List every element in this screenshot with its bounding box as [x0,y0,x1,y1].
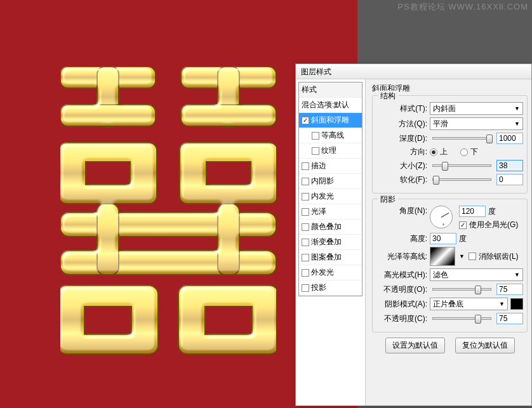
svg-rect-8 [181,105,276,126]
antialias-label: 消除锯齿(L) [479,251,519,262]
shadow-opacity-label: 不透明度(C): [376,313,427,324]
highlight-opacity-input[interactable] [496,284,523,295]
style-item-label: 内阴影 [311,176,334,187]
gloss-label: 光泽等高线: [376,251,427,262]
checkbox-icon[interactable] [302,254,309,261]
style-item-outer-glow[interactable]: 外发光 [299,265,362,280]
highlight-mode-label: 高光模式(H): [376,270,427,280]
reset-default-button[interactable]: 复位为默认值 [455,338,515,353]
style-value: 内斜面 [433,103,456,114]
dialog-title: 图层样式 [301,67,331,76]
chevron-down-icon[interactable]: ▼ [458,253,466,260]
shadow-mode-select[interactable]: 正片叠底▼ [430,298,508,310]
up-label: 上 [440,147,448,157]
angle-input[interactable] [459,206,486,217]
antialias-check[interactable] [469,253,476,260]
style-item-stroke[interactable]: 描边 [299,159,362,174]
blend-options[interactable]: 混合选项:默认 [299,98,362,113]
svg-rect-5 [97,204,119,275]
svg-rect-3 [60,213,276,237]
watermark-text: PS教程论坛 WWW.16XX8.COM [397,1,528,13]
style-item-contour[interactable]: 等高线 [299,128,362,143]
style-item-label: 纹理 [321,145,336,156]
styles-sidebar: 样式 混合选项:默认 斜面和浮雕等高线纹理描边内阴影内发光光泽颜色叠加渐变叠加图… [296,79,366,405]
style-item-label: 斜面和浮雕 [311,115,349,126]
depth-input[interactable] [496,133,523,144]
style-item-satin[interactable]: 光泽 [299,204,362,220]
style-item-gradient-overlay[interactable]: 渐变叠加 [299,235,362,250]
style-item-pattern-overlay[interactable]: 图案叠加 [299,250,362,265]
style-select[interactable]: 内斜面▼ [430,102,523,115]
svg-rect-2 [60,105,156,126]
style-item-color-overlay[interactable]: 颜色叠加 [299,220,362,235]
highlight-mode-value: 滤色 [433,270,448,280]
gloss-contour-preview[interactable] [430,247,455,266]
soften-input[interactable] [496,174,523,185]
checkbox-icon[interactable] [302,223,309,231]
checkbox-icon[interactable] [302,269,309,277]
down-label: 下 [470,147,478,157]
global-light-check[interactable] [459,221,467,229]
checkbox-icon[interactable] [312,132,319,140]
style-item-inner-shadow[interactable]: 内阴影 [299,174,362,189]
styles-list: 样式 混合选项:默认 斜面和浮雕等高线纹理描边内阴影内发光光泽颜色叠加渐变叠加图… [298,82,362,296]
altitude-input[interactable] [430,233,456,244]
style-item-label: 等高线 [321,130,344,141]
shadow-opacity-slider[interactable] [432,317,491,320]
checkbox-icon[interactable] [302,162,309,170]
checkbox-icon[interactable] [302,193,309,201]
svg-rect-9 [218,204,239,275]
depth-slider[interactable] [432,137,491,140]
style-item-inner-glow[interactable]: 内发光 [299,189,362,204]
chevron-down-icon: ▼ [499,301,505,307]
bevel-settings-panel: 斜面和浮雕 结构 样式(T): 内斜面▼ 方法(Q): 平滑▼ 深度(D): [366,79,531,405]
svg-rect-4 [60,251,276,275]
chevron-down-icon: ▼ [514,272,520,278]
method-select[interactable]: 平滑▼ [430,117,523,130]
highlight-opacity-label: 不透明度(O): [376,284,427,295]
method-label: 方法(Q): [376,119,427,129]
checkbox-icon[interactable] [312,147,319,155]
direction-down-radio[interactable] [460,148,468,156]
highlight-opacity-slider[interactable] [432,288,491,291]
style-item-label: 渐变叠加 [311,237,342,247]
style-item-bevel[interactable]: 斜面和浮雕 [299,113,362,128]
soften-slider[interactable] [432,178,491,181]
shadow-color-swatch[interactable] [510,298,523,310]
angle-dial[interactable]: + [430,206,453,228]
gold-double-happiness [60,67,276,355]
checkbox-icon[interactable] [302,284,309,292]
style-item-texture[interactable]: 纹理 [299,143,362,159]
angle-unit: 度 [488,206,496,217]
altitude-label: 高度: [376,234,427,244]
direction-up-radio[interactable] [430,148,437,156]
style-item-label: 外发光 [311,267,334,278]
size-label: 大小(Z): [376,161,427,171]
style-item-label: 内发光 [311,191,334,202]
angle-label: 角度(N): [376,206,427,216]
shading-fieldset: 阴影 角度(N): + 度 使用全局光(G) [372,199,528,332]
structure-legend: 结构 [378,91,398,102]
style-item-label: 投影 [311,282,326,293]
depth-label: 深度(D): [376,133,427,144]
style-item-label: 描边 [311,161,326,171]
checkbox-icon[interactable] [302,117,309,124]
style-item-drop-shadow[interactable]: 投影 [299,280,362,296]
shadow-opacity-input[interactable] [496,313,523,324]
shading-legend: 阴影 [378,194,398,205]
highlight-mode-select[interactable]: 滤色▼ [430,268,523,281]
styles-header[interactable]: 样式 [299,82,362,98]
checkbox-icon[interactable] [302,178,309,185]
shadow-mode-label: 阴影模式(A): [376,299,427,310]
set-default-button[interactable]: 设置为默认值 [385,338,445,353]
layer-style-dialog: 图层样式 样式 混合选项:默认 斜面和浮雕等高线纹理描边内阴影内发光光泽颜色叠加… [295,63,532,406]
chevron-down-icon: ▼ [514,121,520,127]
style-label: 样式(T): [376,103,427,114]
checkbox-icon[interactable] [302,208,309,216]
global-light-label: 使用全局光(G) [469,220,518,230]
size-slider[interactable] [432,164,491,167]
method-value: 平滑 [433,119,448,129]
dialog-titlebar[interactable]: 图层样式 [296,64,531,79]
size-input[interactable] [496,160,523,171]
checkbox-icon[interactable] [302,239,309,246]
